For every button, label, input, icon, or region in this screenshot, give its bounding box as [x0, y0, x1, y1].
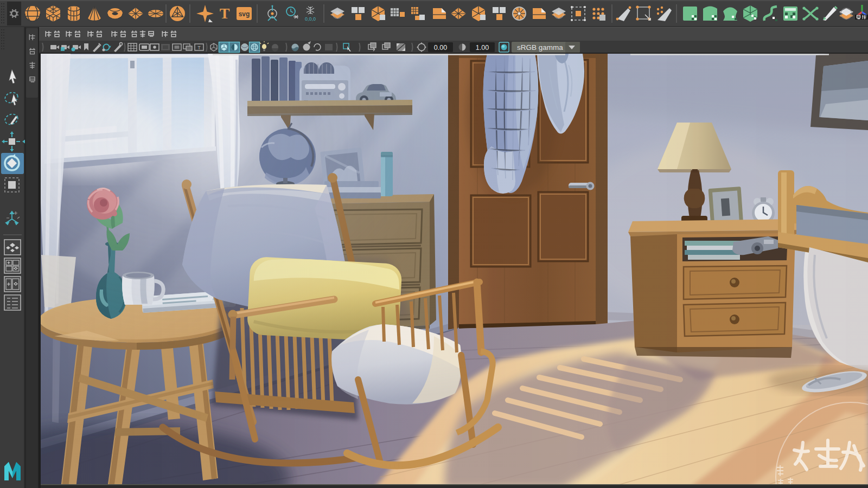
svg-text:T: T	[220, 5, 230, 22]
svg-text:1.00: 1.00	[476, 44, 489, 52]
svg-text:sRGB gamma: sRGB gamma	[517, 43, 563, 52]
svg-text:svg: svg	[239, 10, 250, 18]
svg-text:0.00: 0.00	[434, 44, 447, 52]
svg-text:0,0,0: 0,0,0	[305, 16, 316, 22]
svg-text:T: T	[197, 45, 201, 50]
